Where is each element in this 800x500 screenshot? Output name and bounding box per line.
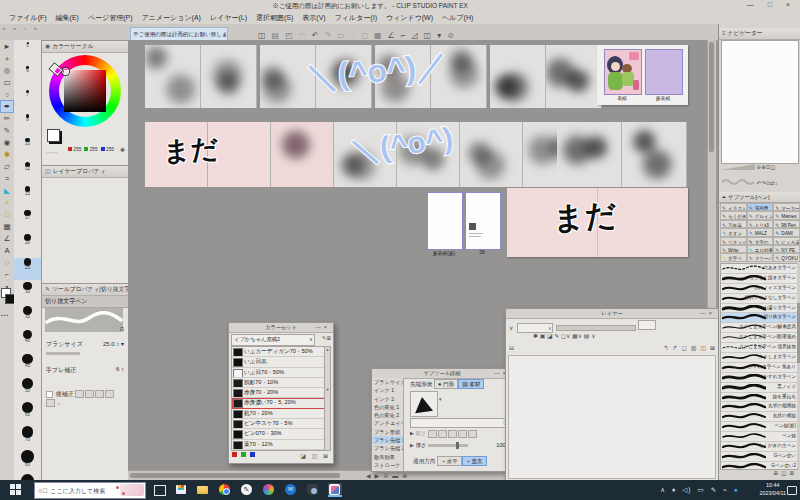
brush-Gペン使い2[interactable]: Gペン使い2 (721, 462, 797, 470)
detail-nav-色の変化 2[interactable]: 色の変化 2 (372, 411, 403, 419)
brush-揺れノイズ文字ペン[interactable]: 揺れノイズ文字ペン (721, 284, 797, 294)
blend-tool[interactable]: ≈ (1, 173, 13, 184)
detail-nav-ブラシ先端 1[interactable]: ブラシ先端 1 (372, 436, 403, 444)
chrome-taskbar-icon[interactable] (218, 483, 232, 497)
duplicate-color-icon[interactable]: ◫ (312, 453, 320, 459)
brush-size-8[interactable]: 8 (14, 114, 41, 136)
brush-size-value[interactable]: 25.0 (103, 341, 115, 347)
usb-icon[interactable]: ⌁ (723, 486, 728, 493)
panel-collapse-arrows[interactable]: « « ‹ « (2, 25, 40, 31)
detail-nav-アンチエイリアス[interactable]: アンチエイリアス (372, 419, 403, 427)
display-icon[interactable]: ▭ (698, 486, 705, 493)
operate-tool[interactable]: ► (1, 41, 13, 52)
brush-かすれ文字ペン[interactable]: かすれ文字ペン (721, 373, 797, 383)
pen-preset-NY PE[interactable]: ✎NY PE (773, 245, 800, 253)
pen-preset-らくがき[interactable]: ✎らくがき (720, 211, 747, 219)
color-set-item-5[interactable]: 赤身濃い70・5, 20% (232, 398, 327, 408)
brush-size-35[interactable]: 35 (14, 306, 41, 328)
color-set-item-6[interactable]: 机70・20% (232, 409, 327, 419)
palette-close-icon[interactable]: × (324, 324, 330, 330)
pen-preset-文字ペ[interactable]: ✎文字ペ (720, 253, 747, 261)
new-folder-icon[interactable]: ▥ (691, 344, 697, 351)
ruler-tool[interactable]: ∠ (1, 233, 13, 244)
thickness-row[interactable]: ▶ 厚さ 100 ↕ (410, 442, 510, 450)
pen-preset-ネオン[interactable]: ✎ネオン (720, 228, 747, 236)
taskbar-search-input[interactable]: ○⃫ここに入力して検索 (34, 482, 146, 499)
layer-list-empty[interactable] (508, 355, 716, 479)
menu-item-6[interactable]: 表示(V) (302, 11, 325, 24)
detail-nav-インク 2[interactable]: インク 2 (372, 395, 403, 403)
lock-icon[interactable]: ⊡ (120, 326, 124, 332)
color-set-item-9[interactable]: 薬70・12% (232, 440, 327, 450)
palette-minimize-icon[interactable]: — (494, 370, 503, 376)
stabilize-value[interactable]: 6 (116, 366, 119, 372)
brush-タテしま文字ペン/解像度高[interactable]: タテしま文字ペン/解像度高 (721, 323, 797, 333)
page-thumb-r2-5[interactable] (460, 122, 523, 187)
pen-preset-DAMI[interactable]: ✎DAMI (773, 228, 800, 236)
menu-item-9[interactable]: ヘルプ(H) (442, 11, 473, 24)
detail-nav-色の変化 1[interactable]: 色の変化 1 (372, 403, 403, 411)
brush-タテしま文字ペン 境界線無[interactable]: タテしま文字ペン 境界線無 (721, 343, 797, 353)
brush-size-70[interactable]: 70 (14, 426, 41, 448)
palette-close-icon[interactable]: × (709, 310, 715, 316)
delete-layer-icon[interactable]: ⊠ (710, 344, 715, 351)
tip-circle-option[interactable]: ● 円形 (434, 379, 458, 389)
balloon-tool[interactable]: ◌ (1, 257, 13, 268)
detail-nav-散布効果[interactable]: 散布効果 (372, 453, 403, 461)
document-tab[interactable]: ※ご使用の際は計画的にお願い致します。× (130, 27, 228, 41)
close-button[interactable]: × (786, 1, 796, 8)
pen-preset-MALZ[interactable]: ✎MALZ (747, 228, 774, 236)
brush-size-25[interactable]: 25 (14, 258, 41, 280)
brush-size-80[interactable]: 80 (14, 450, 41, 472)
page-thumb-r2-2[interactable] (271, 122, 334, 187)
brush-size-10[interactable]: 10 (14, 138, 41, 160)
airbrush-tool[interactable]: ◉ (1, 137, 13, 148)
brush-Gペン使い[interactable]: Gペン使い (721, 452, 797, 462)
brush-タテしま文字ペン/処理速め[interactable]: タテしま文字ペン/処理速め (721, 333, 797, 343)
pen-preset-漫画用[interactable]: ✎漫画用 (747, 203, 774, 211)
stabilize-row[interactable]: 手ブレ補正 6 ↕ (46, 366, 124, 375)
brush-size-15[interactable]: 15 (14, 186, 41, 208)
wave-icons[interactable]: ﹏﹏ (46, 147, 58, 156)
pen-preset-エロ効果[interactable]: ✎エロ効果 (747, 245, 774, 253)
store-taskbar-icon[interactable] (174, 483, 188, 497)
notification-center-icon[interactable] (787, 486, 797, 495)
brush-list-footer-icons[interactable]: ⊞◫⊠ (774, 470, 797, 476)
menu-item-1[interactable]: 編集(E) (56, 11, 79, 24)
brush-size-row[interactable]: ブラシサイズ 25.0 ↕ ▾ (46, 340, 124, 355)
menu-item-4[interactable]: レイヤー(L) (210, 11, 247, 24)
pen-tool[interactable]: ✒ (1, 101, 13, 112)
camera-taskbar-icon[interactable] (306, 483, 320, 497)
menu-item-7[interactable]: フィルター(I) (335, 11, 377, 24)
foreground-color-chip[interactable] (47, 129, 60, 142)
bluetooth-icon[interactable]: ● (734, 486, 739, 493)
frame-tool[interactable]: ▦ (1, 221, 13, 232)
detail-nav-ストローク[interactable]: ストローク (372, 461, 403, 469)
color-set-item-0[interactable]: いぶカーディガン70・50% (232, 347, 327, 357)
pen-app-taskbar-icon[interactable]: ✎ (240, 483, 254, 497)
combine-icon[interactable]: ↰ (664, 344, 669, 351)
pencil-tool[interactable]: ✏ (1, 113, 13, 124)
direction-horizontal-option[interactable]: ＋水平 (437, 456, 462, 466)
brush-size-40[interactable]: 40 (14, 330, 41, 352)
start-button[interactable] (10, 484, 21, 495)
minimize-button[interactable]: — (747, 1, 760, 8)
page-thumb-r1-7[interactable] (546, 45, 602, 108)
brush-丸状の横線[interactable]: 丸状の横線 (721, 412, 797, 422)
task-view-taskbar-icon[interactable] (152, 483, 166, 497)
brush-size-6[interactable]: 6 (14, 66, 41, 88)
tool-color-chips[interactable] (1, 288, 13, 306)
mail-taskbar-icon[interactable]: ✉ (284, 483, 298, 497)
brush-揺れノイズなし文字ペン[interactable]: 揺れノイズなし文字ペン (721, 294, 797, 304)
gear-icon[interactable]: ✱ (120, 146, 125, 153)
color-set-item-10[interactable]: ピン光70・白 (232, 450, 327, 451)
menu-item-0[interactable]: ファイル(F) (9, 11, 47, 24)
zoom-tool[interactable]: ◎ (1, 65, 13, 76)
pen-icon[interactable]: ✎ (711, 486, 717, 493)
page-manager-zoom-controls[interactable]: ◀▶⊖▬⊕ (366, 472, 411, 479)
brush-size-5[interactable]: 5 (14, 42, 41, 64)
menu-item-2[interactable]: ページ管理(P) (88, 11, 133, 24)
color-set-item-8[interactable]: ピン070・30% (232, 429, 327, 439)
opacity-value-box[interactable] (638, 320, 656, 330)
material-dropdown-icon[interactable]: ▾ (439, 396, 442, 402)
